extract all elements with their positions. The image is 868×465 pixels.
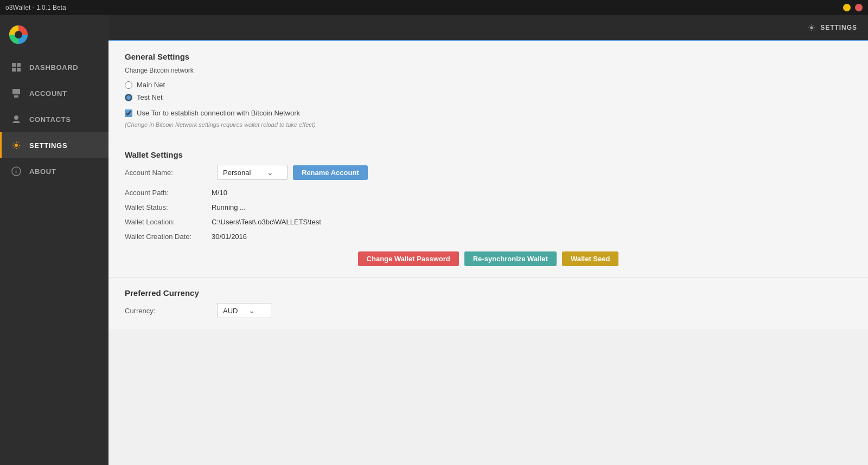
change-wallet-password-button[interactable]: Change Wallet Password (358, 251, 459, 266)
svg-text:i: i (15, 168, 17, 175)
sidebar-item-about[interactable]: i ABOUT (0, 158, 108, 184)
logo-area (0, 15, 108, 54)
currency-row: Currency: AUD ⌄ (125, 303, 852, 318)
svg-point-8 (14, 115, 18, 120)
account-path-label: Account Path: (125, 189, 212, 197)
contacts-icon (11, 114, 22, 125)
content-area: General Settings Change Bitcoin network … (108, 41, 868, 465)
account-label: ACCOUNT (29, 89, 67, 98)
app-logo (9, 25, 28, 44)
account-path-row: Account Path: M/10 (125, 189, 852, 197)
dashboard-label: DASHBOARD (29, 63, 78, 72)
settings-icon (11, 140, 22, 151)
svg-point-10 (15, 144, 17, 146)
currency-label: Currency: (125, 307, 212, 315)
tor-label: Use Tor to establish connection with Bit… (137, 109, 300, 117)
sidebar-item-contacts[interactable]: CONTACTS (0, 106, 108, 132)
main-net-radio[interactable] (125, 81, 132, 89)
main-net-label: Main Net (137, 81, 165, 89)
test-net-option[interactable]: Test Net (125, 93, 852, 101)
sidebar-item-settings[interactable]: SETTINGS (0, 132, 108, 158)
wallet-seed-button[interactable]: Wallet Seed (562, 251, 618, 266)
chevron-down-icon: ⌄ (267, 168, 273, 177)
svg-rect-4 (12, 68, 16, 72)
resync-wallet-button[interactable]: Re-synchronize Wallet (464, 251, 557, 266)
svg-rect-6 (12, 89, 20, 94)
general-settings-title: General Settings (125, 52, 852, 61)
svg-rect-5 (17, 68, 21, 72)
preferred-currency-title: Preferred Currency (125, 288, 852, 298)
about-label: ABOUT (29, 167, 56, 176)
svg-point-13 (810, 27, 813, 29)
topbar-settings-area[interactable]: SETTINGS (807, 23, 857, 32)
topbar-settings-label: SETTINGS (820, 24, 857, 31)
wallet-status-label: Wallet Status: (125, 203, 212, 211)
wallet-settings-section: Wallet Settings Account Name: Personal ⌄… (108, 139, 868, 277)
wallet-creation-date-value: 30/01/2016 (212, 232, 247, 241)
wallet-creation-date-row: Wallet Creation Date: 30/01/2016 (125, 232, 852, 241)
wallet-status-value: Running ... (212, 203, 246, 211)
titlebar: o3Wallet - 1.0.1 Beta (0, 0, 868, 15)
sidebar-item-dashboard[interactable]: DASHBOARD (0, 54, 108, 80)
contacts-label: CONTACTS (29, 115, 71, 124)
tor-note: (Change in Bitcoin Network settings requ… (125, 121, 852, 128)
svg-rect-3 (17, 63, 21, 67)
titlebar-controls (843, 4, 863, 11)
settings-label: SETTINGS (29, 141, 67, 150)
gear-icon (807, 23, 816, 32)
svg-rect-2 (12, 63, 16, 67)
account-name-dropdown[interactable]: Personal ⌄ (217, 165, 288, 180)
topbar: SETTINGS (108, 15, 868, 41)
app-layout: DASHBOARD ACCOUNT CONTACTS (0, 15, 868, 465)
tor-checkbox[interactable] (125, 109, 132, 117)
currency-dropdown[interactable]: AUD ⌄ (217, 303, 271, 318)
app-title: o3Wallet - 1.0.1 Beta (5, 4, 66, 11)
sidebar-item-account[interactable]: ACCOUNT (0, 80, 108, 106)
wallet-status-row: Wallet Status: Running ... (125, 203, 852, 211)
action-buttons: Change Wallet Password Re-synchronize Wa… (125, 251, 852, 266)
svg-rect-7 (14, 95, 18, 98)
account-icon (11, 88, 22, 99)
change-bitcoin-network-subtitle: Change Bitcoin network (125, 67, 852, 74)
account-name-value: Personal (223, 169, 251, 177)
wallet-location-value: C:\Users\Test\.o3bc\WALLETS\test (212, 218, 321, 226)
preferred-currency-section: Preferred Currency Currency: AUD ⌄ (108, 277, 868, 329)
dashboard-icon (11, 62, 22, 73)
test-net-radio[interactable] (125, 94, 132, 101)
currency-chevron-icon: ⌄ (248, 306, 255, 315)
general-settings-section: General Settings Change Bitcoin network … (108, 41, 868, 139)
network-radio-group: Main Net Test Net (125, 81, 852, 101)
svg-point-1 (15, 31, 22, 38)
sidebar: DASHBOARD ACCOUNT CONTACTS (0, 15, 108, 465)
wallet-location-label: Wallet Location: (125, 218, 212, 226)
wallet-settings-title: Wallet Settings (125, 150, 852, 159)
account-name-label: Account Name: (125, 169, 212, 177)
wallet-creation-date-label: Wallet Creation Date: (125, 232, 212, 241)
account-path-value: M/10 (212, 189, 227, 197)
main-area: SETTINGS General Settings Change Bitcoin… (108, 15, 868, 465)
currency-value: AUD (223, 307, 238, 315)
minimize-button[interactable] (843, 4, 851, 11)
tor-checkbox-item[interactable]: Use Tor to establish connection with Bit… (125, 109, 852, 117)
rename-account-button[interactable]: Rename Account (293, 165, 368, 180)
account-name-row: Account Name: Personal ⌄ Rename Account (125, 165, 852, 180)
test-net-label: Test Net (137, 93, 163, 101)
wallet-location-row: Wallet Location: C:\Users\Test\.o3bc\WAL… (125, 218, 852, 226)
main-net-option[interactable]: Main Net (125, 81, 852, 89)
close-button[interactable] (855, 4, 863, 11)
about-icon: i (11, 166, 22, 177)
